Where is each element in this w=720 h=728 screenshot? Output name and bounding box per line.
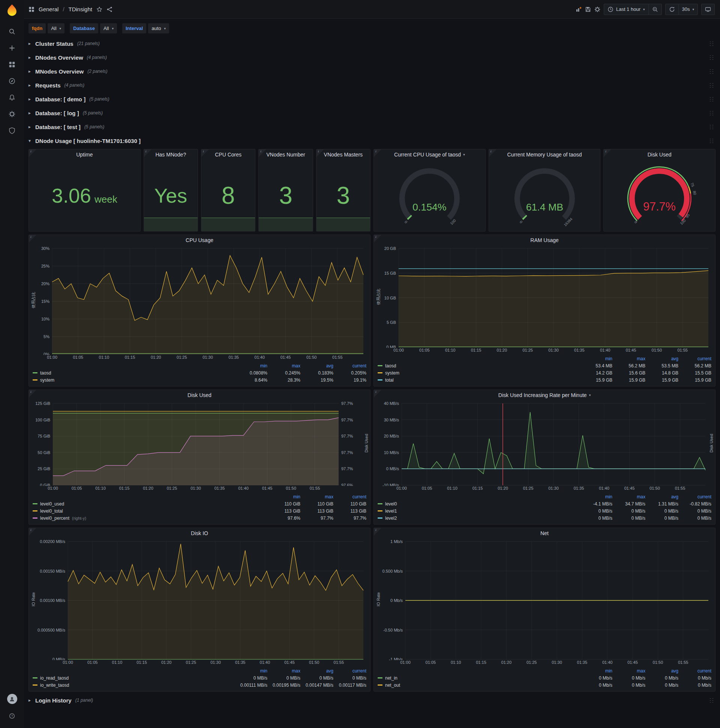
legend-column-header[interactable]: min: [234, 363, 267, 369]
panel-title[interactable]: VNodes Number: [259, 149, 313, 160]
panel-title[interactable]: Disk Used: [604, 149, 715, 160]
panel-info-icon[interactable]: i: [374, 149, 381, 157]
legend-series-toggle[interactable]: net_out: [378, 682, 580, 688]
row-drag-handle[interactable]: [709, 55, 714, 60]
legend-column-header[interactable]: current: [333, 494, 366, 500]
row-drag-handle[interactable]: [709, 41, 714, 46]
sidebar-item-alerting[interactable]: [5, 92, 20, 104]
panel-title[interactable]: Net: [374, 528, 715, 538]
legend-column-header[interactable]: current: [333, 363, 366, 369]
sidebar-item-explore[interactable]: [5, 75, 20, 87]
panel-info-icon[interactable]: i: [29, 149, 37, 157]
legend-column-header[interactable]: min: [580, 494, 612, 500]
panel-info-icon[interactable]: i: [29, 235, 37, 242]
zoom-out-button[interactable]: [648, 4, 662, 15]
panel-title[interactable]: CPU Cores: [201, 149, 255, 160]
legend-series-toggle[interactable]: level0_percent(right-y): [33, 515, 267, 521]
legend-series-toggle[interactable]: io_write_taosd: [33, 682, 234, 688]
row-header-dnode-usage[interactable]: ▾ DNode Usage [ huolinhe-TM1701:6030 ]: [29, 135, 715, 146]
panel-info-icon[interactable]: i: [374, 235, 381, 242]
panel-title[interactable]: Current CPU Usage of taosd▾: [374, 149, 485, 160]
row-drag-handle[interactable]: [709, 138, 714, 144]
legend-column-header[interactable]: min: [580, 356, 612, 361]
legend-column-header[interactable]: max: [612, 494, 645, 500]
panel-title[interactable]: Disk Used Increasing Rate per Minute▾: [374, 390, 715, 401]
row-drag-handle[interactable]: [709, 69, 714, 74]
chart-plot-area[interactable]: 0 GiB97.6%25 GiB97.7%50 GiB97.7%75 GiB97…: [29, 401, 370, 486]
sidebar-item-configuration[interactable]: [5, 108, 20, 120]
legend-series-toggle[interactable]: level0: [378, 501, 580, 506]
legend-column-header[interactable]: max: [612, 356, 645, 361]
panel-info-icon[interactable]: i: [259, 149, 266, 157]
legend-series-toggle[interactable]: net_in: [378, 676, 580, 681]
row-header-dnodes-overview[interactable]: ▸DNodes Overview(4 panels): [29, 52, 715, 63]
panel-info-icon[interactable]: i: [316, 149, 324, 157]
panel-title[interactable]: Disk IO: [29, 528, 370, 538]
sidebar-item-search[interactable]: [5, 26, 20, 38]
help-icon[interactable]: ?: [5, 710, 20, 722]
panel-info-icon[interactable]: i: [374, 390, 381, 398]
legend-series-toggle[interactable]: level0_used: [33, 501, 267, 506]
chart-plot-area[interactable]: -1 Mb/s-0.50 Mb/s0 Mb/s0.500 Mb/s1 Mb/sI…: [374, 538, 715, 660]
panel-info-icon[interactable]: i: [201, 149, 209, 157]
grafana-logo[interactable]: [6, 4, 18, 17]
panel-info-icon[interactable]: i: [29, 390, 37, 398]
row-header-cluster-status[interactable]: ▸Cluster Status(21 panels): [29, 38, 715, 49]
panel-info-icon[interactable]: i: [144, 149, 151, 157]
panel-info-icon[interactable]: i: [489, 149, 496, 157]
legend-column-header[interactable]: avg: [645, 356, 678, 361]
legend-column-header[interactable]: avg: [645, 494, 678, 500]
row-header-requests[interactable]: ▸Requests(4 panels): [29, 80, 715, 91]
panel-title[interactable]: VNodes Masters: [316, 149, 370, 160]
legend-column-header[interactable]: min: [580, 668, 612, 674]
cycle-view-button[interactable]: [701, 4, 715, 15]
row-header-database-demo[interactable]: ▸Database: [ demo ](5 panels): [29, 93, 715, 105]
legend-column-header[interactable]: max: [267, 668, 301, 674]
chart-plot-area[interactable]: 0 MB/s0.000500 MB/s0.00100 MB/s0.00150 M…: [29, 538, 370, 660]
refresh-button[interactable]: [665, 4, 679, 15]
panel-info-icon[interactable]: i: [374, 528, 381, 535]
panel-title[interactable]: Has MNode?: [144, 149, 198, 160]
legend-series-toggle[interactable]: system: [33, 378, 234, 383]
star-icon[interactable]: [96, 6, 102, 12]
legend-column-header[interactable]: min: [234, 668, 267, 674]
refresh-interval-picker[interactable]: 30s ▾: [678, 4, 698, 15]
panel-title[interactable]: RAM Usage: [374, 235, 715, 245]
sidebar-item-server-admin[interactable]: [5, 125, 20, 136]
save-dashboard-icon[interactable]: [585, 6, 591, 12]
chart-plot-area[interactable]: 0 MB5 GB10 GB15 GB20 GB使用占比: [374, 245, 715, 348]
dashboard-settings-icon[interactable]: [594, 6, 600, 12]
legend-column-header[interactable]: avg: [301, 668, 333, 674]
legend-column-header[interactable]: current: [678, 668, 711, 674]
row-header-database-log[interactable]: ▸Database: [ log ](5 panels): [29, 107, 715, 119]
legend-column-header[interactable]: avg: [645, 668, 678, 674]
legend-column-header[interactable]: avg: [301, 363, 333, 369]
chart-plot-area[interactable]: -10 MB/s0 MB/s10 MB/s20 MB/s30 MB/s40 MB…: [374, 401, 715, 486]
row-header-login-history[interactable]: ▸ Login History (1 panel): [29, 694, 715, 706]
sidebar-item-dashboards[interactable]: [5, 58, 20, 70]
row-drag-handle[interactable]: [709, 110, 714, 116]
legend-column-header[interactable]: current: [333, 668, 366, 674]
row-drag-handle[interactable]: [709, 124, 714, 130]
legend-series-toggle[interactable]: taosd: [378, 363, 580, 369]
breadcrumb-section[interactable]: General: [39, 6, 58, 12]
legend-column-header[interactable]: min: [267, 494, 301, 500]
panel-title[interactable]: Current Memory Usage of taosd: [489, 149, 600, 160]
legend-column-header[interactable]: max: [301, 494, 333, 500]
legend-series-toggle[interactable]: taosd: [33, 370, 234, 376]
panel-title[interactable]: Uptime: [29, 149, 140, 160]
row-drag-handle[interactable]: [709, 96, 714, 102]
user-avatar[interactable]: [7, 694, 17, 704]
panel-info-icon[interactable]: i: [604, 149, 611, 157]
legend-series-toggle[interactable]: system: [378, 370, 580, 376]
row-drag-handle[interactable]: [709, 83, 714, 88]
legend-column-header[interactable]: current: [678, 494, 711, 500]
sidebar-item-create[interactable]: [5, 42, 20, 54]
legend-series-toggle[interactable]: level0_total: [33, 508, 267, 514]
legend-column-header[interactable]: max: [267, 363, 301, 369]
breadcrumb-page[interactable]: TDinsight: [69, 6, 92, 12]
row-header-database-test[interactable]: ▸Database: [ test ](5 panels): [29, 121, 715, 133]
row-header-mnodes-overview[interactable]: ▸MNodes Overview(2 panels): [29, 66, 715, 77]
legend-column-header[interactable]: current: [678, 356, 711, 361]
legend-series-toggle[interactable]: level2: [378, 515, 580, 521]
